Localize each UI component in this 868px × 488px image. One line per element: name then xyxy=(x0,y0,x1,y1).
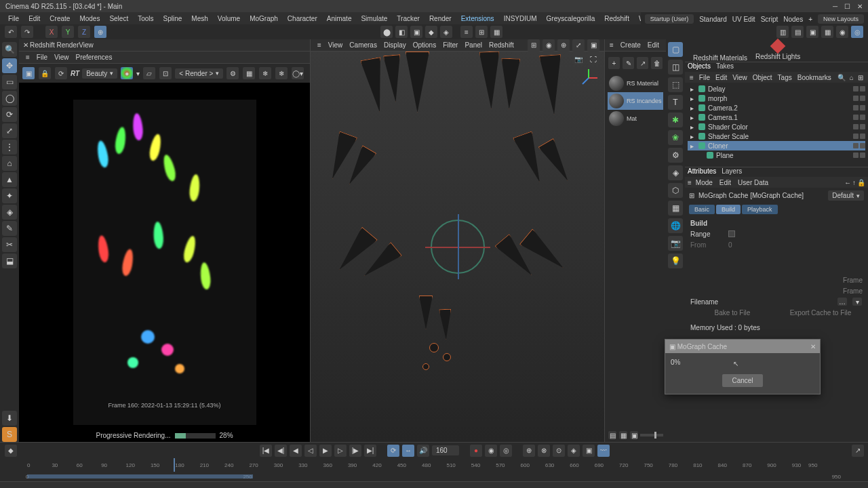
cloner-icon[interactable]: ✱ xyxy=(668,113,683,127)
param-key-icon[interactable]: ◈ xyxy=(568,445,580,457)
mat-menu-Create[interactable]: Create xyxy=(618,41,643,49)
prev-key-icon[interactable]: ◀| xyxy=(275,445,287,457)
tag-icon[interactable] xyxy=(853,105,859,110)
toolbar-icon-5[interactable]: ◉ xyxy=(836,26,848,38)
plus-icon[interactable]: + xyxy=(808,16,812,23)
layout-uvedit[interactable]: UV Edit xyxy=(732,16,755,23)
expand-icon[interactable]: ▸ xyxy=(690,123,696,131)
globe-icon[interactable]: 🌐 xyxy=(668,218,683,233)
vp-menu-≡[interactable]: ≡ xyxy=(315,41,324,49)
redshift-lights-tab[interactable]: Redshift Lights xyxy=(755,41,800,62)
effector-icon[interactable]: ❀ xyxy=(668,130,683,145)
current-frame-input[interactable]: 160 xyxy=(432,445,459,455)
prev-frame-icon[interactable]: ◀ xyxy=(290,445,302,457)
playback-subtab[interactable]: Playback xyxy=(742,205,778,214)
export-button[interactable]: Export Cache to File xyxy=(778,309,863,317)
menu-redshift[interactable]: Redshift xyxy=(600,14,633,24)
menu-file[interactable]: File xyxy=(4,14,23,24)
tag-icon[interactable] xyxy=(853,152,859,158)
asset-icon[interactable]: ⬇ xyxy=(2,411,17,426)
minimize-icon[interactable]: ─ xyxy=(833,3,837,10)
brush-tool-icon[interactable]: ✎ xyxy=(2,221,17,236)
om-menu-Edit[interactable]: Edit xyxy=(713,74,729,81)
object-row[interactable]: ▸Shader Scale xyxy=(688,131,865,141)
menu-character[interactable]: Character xyxy=(283,14,321,24)
model-mode-icon[interactable]: ◈ xyxy=(2,205,17,220)
grid-icon[interactable]: ▦ xyxy=(243,67,255,79)
edges-mode-icon[interactable]: ⌂ xyxy=(2,156,17,171)
toolbar-icon-2[interactable]: ▤ xyxy=(791,26,804,38)
axis-widget[interactable] xyxy=(578,68,599,88)
viewport-gizmo[interactable] xyxy=(431,220,485,274)
toolbar-icon-1[interactable]: ▥ xyxy=(776,26,789,38)
basic-subtab[interactable]: Basic xyxy=(689,205,715,214)
text-icon[interactable]: T xyxy=(668,95,683,110)
om-menu-View[interactable]: View xyxy=(730,74,749,81)
record-icon[interactable]: ● xyxy=(470,445,482,457)
light-icon[interactable]: 💡 xyxy=(668,253,683,268)
layout-startup[interactable]: Startup (User) xyxy=(645,14,694,24)
axis-mode-icon[interactable]: ✦ xyxy=(2,188,17,203)
autokey-icon[interactable]: ◉ xyxy=(485,445,497,457)
search-icon[interactable]: 🔍 xyxy=(2,42,17,57)
menu-spline[interactable]: Spline xyxy=(159,14,186,24)
tag-icon[interactable] xyxy=(853,115,859,120)
polygons-mode-icon[interactable]: ▲ xyxy=(2,172,17,187)
range-icon[interactable]: ↔ xyxy=(402,445,414,457)
attr-userdata[interactable]: User Data xyxy=(735,179,771,186)
tag-icon[interactable] xyxy=(853,124,859,129)
menu-modes[interactable]: Modes xyxy=(75,14,104,24)
points-mode-icon[interactable]: ⋮ xyxy=(2,140,17,155)
vp-expand-icon[interactable]: ⛶ xyxy=(587,53,599,65)
render-menu-File[interactable]: File xyxy=(34,54,50,61)
tube-icon[interactable]: ⬚ xyxy=(668,77,683,92)
primitive-icon[interactable]: ◆ xyxy=(425,26,437,38)
new-layouts-button[interactable]: New Layouts xyxy=(818,14,864,24)
beauty-dropdown[interactable]: Beauty ▾ xyxy=(82,68,117,79)
deform-icon[interactable]: ◈ xyxy=(668,165,683,180)
toolbar-icon-4[interactable]: ▦ xyxy=(821,26,833,38)
render-menu-≡[interactable]: ≡ xyxy=(23,54,33,61)
mat-delete-icon[interactable]: 🗑 xyxy=(651,57,663,69)
vp-menu-Redshift[interactable]: Redshift xyxy=(486,41,517,49)
tag-icon[interactable] xyxy=(860,105,865,110)
takes-tab[interactable]: Takes xyxy=(716,62,734,72)
om-menu-≡[interactable]: ≡ xyxy=(688,74,696,81)
scale-key-icon[interactable]: ⊙ xyxy=(553,445,565,457)
material-item[interactable]: Mat xyxy=(608,110,663,127)
dropdown-icon[interactable]: ▾ xyxy=(852,298,862,306)
menu-greyscalegorilla[interactable]: Greyscalegorilla xyxy=(542,14,599,24)
expand-icon[interactable]: ▸ xyxy=(690,114,696,121)
sphere-asset-icon[interactable]: S xyxy=(2,427,17,442)
timeline-range-ruler[interactable]: 0 250 950 xyxy=(0,472,868,481)
om-tool-icon[interactable]: ⌂ xyxy=(848,74,855,81)
world-icon[interactable]: ⊕ xyxy=(94,26,106,38)
attr-menu-icon[interactable]: ≡ xyxy=(688,179,692,186)
motion-icon[interactable]: 〰 xyxy=(597,445,610,457)
mat-menu-Edit[interactable]: Edit xyxy=(646,41,661,49)
move-tool-icon[interactable]: ✥ xyxy=(2,58,17,73)
menu-tools[interactable]: Tools xyxy=(134,14,157,24)
region-icon[interactable]: ▱ xyxy=(143,67,155,79)
menu-tracker[interactable]: Tracker xyxy=(393,14,424,24)
menu-insydium[interactable]: INSYDIUM xyxy=(500,14,541,24)
cancel-button[interactable]: Cancel xyxy=(722,374,763,387)
expand-icon[interactable]: ▸ xyxy=(690,104,696,112)
layout-standard[interactable]: Standard xyxy=(699,16,727,23)
vp-tool-icon[interactable]: ⤢ xyxy=(572,39,585,52)
om-menu-File[interactable]: File xyxy=(697,74,712,81)
vp-menu-View[interactable]: View xyxy=(326,41,346,49)
live-select-icon[interactable]: ◯ xyxy=(2,91,17,106)
om-tool-icon[interactable]: 🔍 xyxy=(836,74,847,81)
plube-icon[interactable]: ◫ xyxy=(668,60,683,75)
layout-nodes[interactable]: Nodes xyxy=(783,16,803,23)
menu-mograph[interactable]: MoGraph xyxy=(245,14,282,24)
vp-menu-Options[interactable]: Options xyxy=(410,41,439,49)
menu-select[interactable]: Select xyxy=(105,14,132,24)
tag-icon[interactable] xyxy=(853,134,859,139)
snow2-icon[interactable]: ❄ xyxy=(275,67,288,79)
camera-obj-icon[interactable]: 📷 xyxy=(668,236,683,251)
next-frame-icon[interactable]: ▷ xyxy=(334,445,347,457)
circle-tool-icon[interactable]: ◯▾ xyxy=(292,67,304,79)
pla-key-icon[interactable]: ▣ xyxy=(583,445,595,457)
